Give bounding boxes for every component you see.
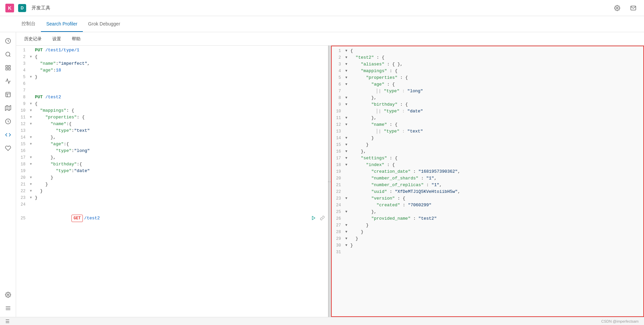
left-code-area: 1 PUT /test1/type/1 2 ▼ { 3 "name": [16, 46, 328, 317]
mail-icon-button[interactable]: [628, 3, 639, 13]
tab-console[interactable]: 控制台: [16, 16, 41, 32]
code-line-24: 24: [16, 201, 328, 208]
code-line-10: 10 ▼ "mappings": {: [16, 107, 328, 114]
svg-point-14: [7, 294, 9, 296]
copy-button[interactable]: [319, 215, 325, 222]
svg-point-2: [6, 52, 10, 56]
sidebar-icon-hamburger[interactable]: [2, 302, 14, 314]
code-line-15: 15 ▼ "age":{: [16, 141, 328, 148]
r-code-line-17: 17 ▼ "settings" : {: [332, 155, 644, 162]
settings-icon-button[interactable]: [612, 3, 623, 13]
code-line-11: 11 ▼ "properties": {: [16, 114, 328, 121]
r-code-line-23: 23 ▼ "version" : {: [332, 195, 644, 202]
code-line-18: 18 ▼ "birthday":{: [16, 161, 328, 168]
tab-bar: 控制台 Search Profiler Grok Debugger: [0, 16, 644, 32]
settings-button[interactable]: 设置: [50, 35, 64, 43]
r-code-line-2: 2 ▼ "test2" : {: [332, 54, 644, 61]
footer-left: ☰: [5, 319, 10, 324]
left-editor[interactable]: 1 PUT /test1/type/1 2 ▼ { 3 "name": [16, 46, 329, 317]
r-code-line-18: 18 ▼ "index" : {: [332, 162, 644, 168]
r-code-line-4: 4 ▼ "mappings" : {: [332, 68, 644, 74]
r-code-line-15: 15 ▼ }: [332, 142, 644, 148]
svg-point-0: [616, 7, 618, 9]
code-line-5: 5 ▼ }: [16, 74, 328, 80]
code-line-23: 23 ▼ }: [16, 195, 328, 201]
sidebar-icon-discover[interactable]: [2, 48, 14, 60]
svg-rect-5: [8, 68, 10, 70]
r-code-line-5: 5 ▼ "properties" : {: [332, 74, 644, 81]
sidebar-icon-monitoring[interactable]: [2, 142, 14, 154]
r-code-line-22: 22 "uuid" : "XfDeMTJ1Q5KVeHtoiibH5w",: [332, 188, 644, 195]
help-button[interactable]: 帮助: [69, 35, 83, 43]
editor-panels: 1 PUT /test1/type/1 2 ▼ { 3 "name": [16, 46, 644, 317]
footer: ☰ CSDN @imperfectsam: [0, 317, 644, 325]
svg-rect-7: [6, 92, 10, 97]
get-method-badge: GET: [71, 215, 83, 222]
r-code-line-1: 1 ▼ {: [332, 48, 644, 54]
r-code-line-24: 24 "created" : "7060299": [332, 202, 644, 209]
footer-menu-icon[interactable]: ☰: [5, 319, 10, 324]
code-line-12: 12 ▼ "name":{: [16, 121, 328, 127]
svg-rect-6: [6, 68, 7, 70]
dev-tools-badge: D: [18, 4, 26, 12]
sidebar-icon-dashboard[interactable]: [2, 62, 14, 74]
code-line-22: 22 ▼ }: [16, 188, 328, 195]
r-code-line-21: 21 "number_of_replicas" : "1",: [332, 182, 644, 188]
code-line-20: 20 ▼ }: [16, 174, 328, 181]
svg-rect-3: [6, 65, 7, 67]
tab-search-profiler[interactable]: Search Profiler: [41, 16, 83, 32]
right-code-area: 1 ▼ { 2 ▼ "test2" : { 3 ▼ "alias: [332, 46, 644, 316]
run-button[interactable]: [311, 215, 317, 222]
r-code-line-20: 20 "number_of_shards" : "1",: [332, 175, 644, 182]
r-code-line-30: 30 ▼ }: [332, 242, 644, 249]
sidebar-icon-clock[interactable]: [2, 35, 14, 47]
code-line-17: 17 ▼ },: [16, 154, 328, 161]
svg-marker-10: [5, 106, 11, 111]
top-header: K D 开发工具: [0, 0, 644, 16]
r-code-line-25: 25 ▼ },: [332, 209, 644, 215]
r-code-line-29: 29 ▼ }: [332, 235, 644, 242]
line-actions: [311, 215, 328, 222]
r-code-line-19: 19 "creation_date" : "1681957390362",: [332, 168, 644, 175]
history-button[interactable]: 历史记录: [21, 35, 44, 43]
code-line-21: 21 ▼ }: [16, 181, 328, 188]
code-line-8: 8 PUT /test2: [16, 94, 328, 101]
r-code-line-16: 16 ▼ },: [332, 148, 644, 155]
code-line-1: 1 PUT /test1/type/1: [16, 47, 328, 54]
code-line-25-get: 25 GET/test2: [16, 208, 328, 229]
sidebar-icon-canvas[interactable]: [2, 89, 14, 101]
code-line-6: 6: [16, 80, 328, 87]
kibana-logo: K: [5, 4, 14, 12]
sidebar-icon-maps[interactable]: [2, 102, 14, 114]
r-code-line-28: 28 ▼ }: [332, 229, 644, 235]
r-code-line-14: 14 ▼ }: [332, 135, 644, 142]
toolbar: 历史记录 设置 帮助: [16, 32, 644, 46]
code-line-7: 7: [16, 87, 328, 94]
r-code-line-7: 7 | "type" : "long": [332, 88, 644, 95]
r-code-line-8: 8 ▼ },: [332, 95, 644, 101]
svg-marker-18: [312, 216, 315, 220]
sidebar-icon-devtools[interactable]: [2, 129, 14, 141]
tab-grok-debugger[interactable]: Grok Debugger: [83, 16, 126, 32]
sidebar-icon-visualize[interactable]: [2, 75, 14, 87]
sidebar: [0, 32, 16, 317]
footer-watermark: CSDN @imperfectsam: [601, 319, 639, 323]
r-code-line-27: 27 ▼ }: [332, 222, 644, 229]
code-line-14: 14 ▼ },: [16, 134, 328, 141]
sidebar-icon-ml[interactable]: [2, 115, 14, 127]
r-code-line-12: 12 ▼ "name" : {: [332, 121, 644, 128]
code-line-9: 9 ▼ {: [16, 101, 328, 107]
code-line-2: 2 ▼ {: [16, 54, 328, 60]
r-code-line-10: 10 | "type" : "date": [332, 108, 644, 115]
r-code-line-6: 6 ▼ "age" : {: [332, 81, 644, 88]
r-code-line-26: 26 "provided_name" : "test2": [332, 215, 644, 222]
app-title: 开发工具: [32, 5, 50, 11]
right-editor[interactable]: 1 ▼ { 2 ▼ "test2" : { 3 ▼ "alias: [331, 46, 644, 317]
code-line-16: 16 "type":"long": [16, 148, 328, 154]
header-icons: [612, 3, 639, 13]
svg-rect-4: [8, 65, 10, 67]
r-code-line-3: 3 ▼ "aliases" : { },: [332, 61, 644, 68]
sidebar-icon-settings[interactable]: [2, 289, 14, 301]
code-line-4: 4 "age":18: [16, 67, 328, 74]
code-line-13: 13 "type":"text": [16, 127, 328, 134]
